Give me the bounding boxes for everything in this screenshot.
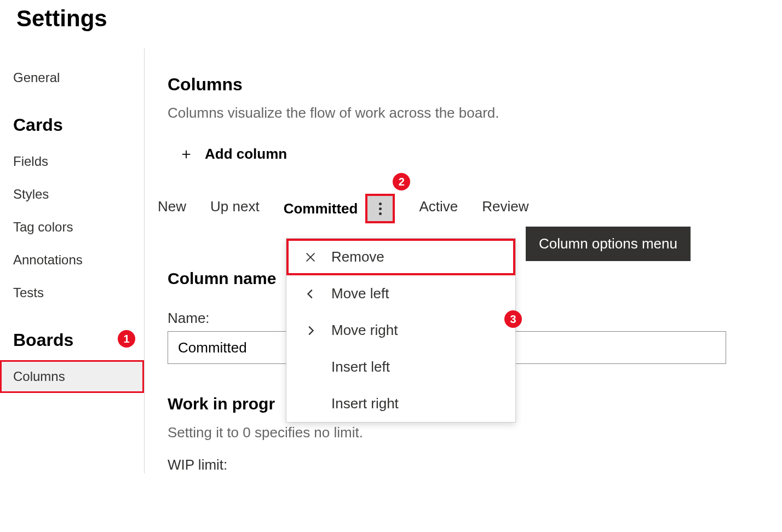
chevron-left-icon <box>303 288 318 300</box>
tab-up-next[interactable]: Up next <box>210 194 260 223</box>
sidebar-item-tests[interactable]: Tests <box>0 276 144 309</box>
menu-item-remove[interactable]: Remove <box>286 239 515 275</box>
sidebar-item-columns[interactable]: Columns <box>0 360 144 393</box>
menu-item-move-right[interactable]: Move right <box>286 312 515 349</box>
column-options-tooltip: Column options menu <box>526 227 691 261</box>
sidebar-section-cards: Cards <box>0 111 144 145</box>
tab-new[interactable]: New <box>158 194 186 223</box>
sidebar-item-general[interactable]: General <box>0 61 144 94</box>
menu-item-label: Move right <box>331 322 398 339</box>
wip-limit-label: WIP limit: <box>168 456 782 473</box>
tab-active[interactable]: Active <box>419 194 458 223</box>
close-icon <box>303 251 318 263</box>
add-column-button[interactable]: ＋ Add column <box>168 143 782 164</box>
chevron-right-icon <box>303 325 318 337</box>
column-options-menu: Remove Move left 3 Move right Insert lef… <box>286 238 516 423</box>
settings-sidebar: General Cards Fields Styles Tag colors A… <box>0 48 145 473</box>
column-tabs: New Up next Committed 2 Active Review <box>158 194 782 223</box>
tab-review[interactable]: Review <box>482 194 528 223</box>
sidebar-item-tag-colors[interactable]: Tag colors <box>0 211 144 244</box>
sidebar-item-fields[interactable]: Fields <box>0 145 144 178</box>
plus-icon: ＋ <box>179 143 194 164</box>
menu-item-label: Insert left <box>331 358 390 375</box>
tab-committed[interactable]: Committed <box>284 196 358 222</box>
menu-item-label: Remove <box>331 248 384 265</box>
menu-item-insert-left[interactable]: Insert left <box>286 349 515 385</box>
menu-item-label: Insert right <box>331 395 399 412</box>
wip-description: Setting it to 0 specifies no limit. <box>168 424 782 441</box>
columns-description: Columns visualize the flow of work acros… <box>168 105 782 122</box>
more-vertical-icon <box>379 203 382 215</box>
callout-badge-1: 1 <box>118 330 135 348</box>
menu-item-insert-right[interactable]: Insert right <box>286 385 515 422</box>
column-options-button[interactable]: 2 <box>365 194 395 223</box>
sidebar-item-styles[interactable]: Styles <box>0 178 144 211</box>
page-title: Settings <box>0 0 782 48</box>
callout-badge-2: 2 <box>393 173 410 190</box>
menu-item-move-left[interactable]: Move left 3 <box>286 275 515 312</box>
add-column-label: Add column <box>205 146 287 163</box>
sidebar-item-annotations[interactable]: Annotations <box>0 244 144 276</box>
columns-heading: Columns <box>168 74 782 95</box>
menu-item-label: Move left <box>331 285 389 302</box>
